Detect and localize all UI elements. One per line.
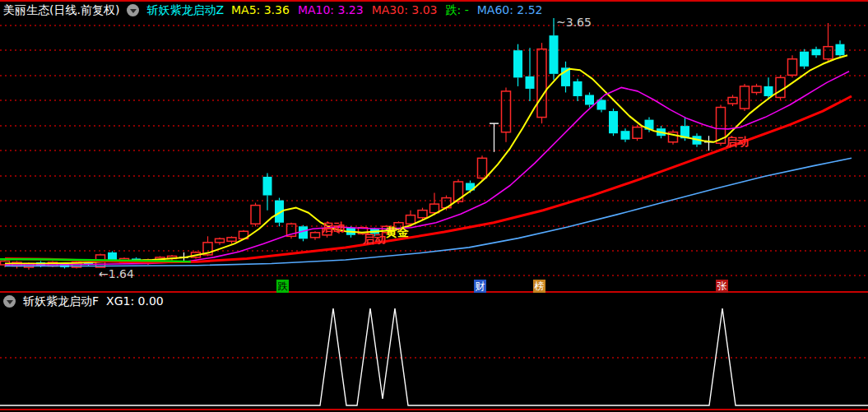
legend-item: MA10: 3.23 [298, 3, 364, 17]
main-chart-header: 美丽生态(日线.前复权) 斩妖紫龙启动Z MA5: 3.36MA10: 3.23… [3, 3, 543, 17]
chevron-glyph [7, 300, 13, 304]
main-indicator-name[interactable]: 斩妖紫龙启动Z [146, 3, 224, 17]
tdx-window: 美丽生态(日线.前复权) 斩妖紫龙启动Z MA5: 3.36MA10: 3.23… [0, 0, 868, 412]
chart-annotation: 启动 [322, 221, 345, 233]
sub-chart-header: 斩妖紫龙启动F XG1: 0.00 [3, 294, 164, 308]
chevron-down-icon[interactable] [3, 295, 16, 308]
chart-canvas[interactable] [0, 0, 868, 412]
bottom-bar-badge[interactable]: 张 [716, 280, 728, 293]
panel-divider[interactable] [0, 291, 868, 293]
window-bottom-border [0, 409, 868, 410]
chart-annotation: 启动 [363, 233, 386, 244]
legend-item: 跌: - [446, 3, 469, 17]
bottom-bar-badge[interactable]: 财 [474, 280, 486, 293]
bottom-bar-badge[interactable]: 榜 [533, 280, 545, 293]
stock-title: 美丽生态(日线.前复权) [3, 3, 119, 17]
chevron-glyph [130, 9, 137, 13]
chart-annotation: 黄金 [386, 226, 409, 238]
chart-annotation: ←1.64 [99, 268, 134, 280]
chart-annotation: ~3.65 [556, 16, 592, 28]
window-top-border [0, 0, 868, 2]
sub-indicator-name[interactable]: 斩妖紫龙启动F [23, 294, 99, 308]
legend-item: MA5: 3.36 [231, 3, 290, 17]
bottom-bar-badge[interactable]: 跌 [276, 280, 289, 293]
legend-item: MA60: 2.52 [477, 3, 543, 17]
legend-item: MA30: 3.03 [372, 3, 438, 17]
chart-annotation: 启动 [726, 136, 749, 147]
signal-readout: XG1: 0.00 [106, 294, 164, 308]
ma-legend: MA5: 3.36MA10: 3.23MA30: 3.03跌: -MA60: 2… [231, 3, 543, 17]
chevron-down-icon[interactable] [127, 4, 139, 16]
